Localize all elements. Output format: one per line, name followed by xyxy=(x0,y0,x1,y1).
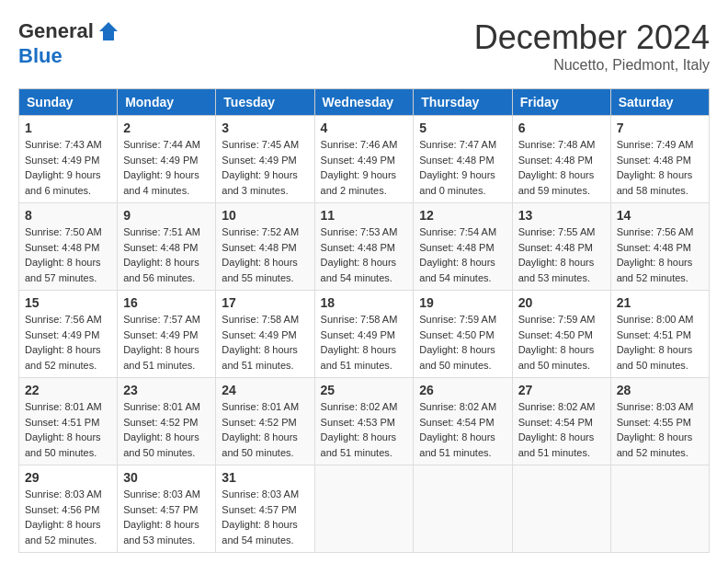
day-info: Sunrise: 8:03 AMSunset: 4:57 PMDaylight:… xyxy=(222,488,299,546)
day-info: Sunrise: 8:01 AMSunset: 4:51 PMDaylight:… xyxy=(25,401,102,458)
day-number: 31 xyxy=(222,470,308,485)
day-number: 20 xyxy=(518,295,605,310)
day-number: 19 xyxy=(419,295,506,310)
day-info: Sunrise: 7:51 AMSunset: 4:48 PMDaylight:… xyxy=(123,226,200,283)
day-info: Sunrise: 7:53 AMSunset: 4:48 PMDaylight:… xyxy=(321,226,398,283)
col-thursday: Thursday xyxy=(414,89,512,116)
table-row: 23 Sunrise: 8:01 AMSunset: 4:52 PMDaylig… xyxy=(118,378,216,465)
day-number: 16 xyxy=(123,295,210,310)
page-header: General Blue December 2024 Nucetto, Pied… xyxy=(18,18,710,74)
table-row: 8 Sunrise: 7:50 AMSunset: 4:48 PMDayligh… xyxy=(19,203,118,291)
day-number: 12 xyxy=(419,208,506,223)
location-subtitle: Nucetto, Piedmont, Italy xyxy=(474,57,710,74)
empty-cell xyxy=(414,465,512,553)
table-row: 9 Sunrise: 7:51 AMSunset: 4:48 PMDayligh… xyxy=(118,203,216,291)
table-row: 1 Sunrise: 7:43 AMSunset: 4:49 PMDayligh… xyxy=(19,116,118,203)
table-row: 6 Sunrise: 7:48 AMSunset: 4:48 PMDayligh… xyxy=(512,116,610,203)
table-row: 2 Sunrise: 7:44 AMSunset: 4:49 PMDayligh… xyxy=(118,116,216,203)
calendar-header-row: Sunday Monday Tuesday Wednesday Thursday… xyxy=(19,89,710,116)
day-number: 7 xyxy=(617,121,703,135)
table-row: 15 Sunrise: 7:56 AMSunset: 4:49 PMDaylig… xyxy=(19,291,118,378)
day-number: 4 xyxy=(321,121,408,135)
day-number: 28 xyxy=(617,383,703,397)
calendar-week-row: 22 Sunrise: 8:01 AMSunset: 4:51 PMDaylig… xyxy=(19,378,710,465)
day-number: 13 xyxy=(518,208,605,223)
calendar-table: Sunday Monday Tuesday Wednesday Thursday… xyxy=(18,88,710,553)
calendar-week-row: 8 Sunrise: 7:50 AMSunset: 4:48 PMDayligh… xyxy=(19,203,710,291)
table-row: 17 Sunrise: 7:58 AMSunset: 4:49 PMDaylig… xyxy=(216,291,314,378)
day-number: 26 xyxy=(419,383,506,397)
day-info: Sunrise: 7:47 AMSunset: 4:48 PMDaylight:… xyxy=(419,139,496,196)
table-row: 12 Sunrise: 7:54 AMSunset: 4:48 PMDaylig… xyxy=(414,203,512,291)
day-info: Sunrise: 8:01 AMSunset: 4:52 PMDaylight:… xyxy=(123,401,200,458)
empty-cell xyxy=(512,465,610,553)
table-row: 25 Sunrise: 8:02 AMSunset: 4:53 PMDaylig… xyxy=(314,378,414,465)
logo: General Blue xyxy=(18,18,121,68)
table-row: 27 Sunrise: 8:02 AMSunset: 4:54 PMDaylig… xyxy=(512,378,610,465)
day-info: Sunrise: 7:57 AMSunset: 4:49 PMDaylight:… xyxy=(123,314,200,371)
table-row: 13 Sunrise: 7:55 AMSunset: 4:48 PMDaylig… xyxy=(512,203,610,291)
col-friday: Friday xyxy=(512,89,610,116)
logo-icon xyxy=(96,18,121,44)
table-row: 19 Sunrise: 7:59 AMSunset: 4:50 PMDaylig… xyxy=(414,291,512,378)
day-info: Sunrise: 7:55 AMSunset: 4:48 PMDaylight:… xyxy=(518,226,596,283)
table-row: 4 Sunrise: 7:46 AMSunset: 4:49 PMDayligh… xyxy=(314,116,414,203)
table-row: 7 Sunrise: 7:49 AMSunset: 4:48 PMDayligh… xyxy=(610,116,709,203)
day-number: 30 xyxy=(123,470,210,485)
table-row: 31 Sunrise: 8:03 AMSunset: 4:57 PMDaylig… xyxy=(216,465,314,553)
day-info: Sunrise: 8:02 AMSunset: 4:54 PMDaylight:… xyxy=(419,401,496,458)
day-number: 10 xyxy=(222,208,308,223)
calendar-week-row: 29 Sunrise: 8:03 AMSunset: 4:56 PMDaylig… xyxy=(19,465,710,553)
table-row: 3 Sunrise: 7:45 AMSunset: 4:49 PMDayligh… xyxy=(216,116,314,203)
table-row: 16 Sunrise: 7:57 AMSunset: 4:49 PMDaylig… xyxy=(118,291,216,378)
day-number: 9 xyxy=(123,208,210,223)
day-info: Sunrise: 7:59 AMSunset: 4:50 PMDaylight:… xyxy=(518,314,596,371)
logo-general-text: General xyxy=(18,19,94,43)
day-info: Sunrise: 8:00 AMSunset: 4:51 PMDaylight:… xyxy=(617,314,694,371)
table-row: 10 Sunrise: 7:52 AMSunset: 4:48 PMDaylig… xyxy=(216,203,314,291)
table-row: 21 Sunrise: 8:00 AMSunset: 4:51 PMDaylig… xyxy=(610,291,709,378)
day-info: Sunrise: 7:58 AMSunset: 4:49 PMDaylight:… xyxy=(222,314,299,371)
day-info: Sunrise: 8:03 AMSunset: 4:55 PMDaylight:… xyxy=(617,401,694,458)
table-row: 11 Sunrise: 7:53 AMSunset: 4:48 PMDaylig… xyxy=(314,203,414,291)
table-row: 24 Sunrise: 8:01 AMSunset: 4:52 PMDaylig… xyxy=(216,378,314,465)
day-number: 6 xyxy=(518,121,605,135)
col-wednesday: Wednesday xyxy=(314,89,414,116)
day-info: Sunrise: 7:52 AMSunset: 4:48 PMDaylight:… xyxy=(222,226,299,283)
day-info: Sunrise: 8:02 AMSunset: 4:53 PMDaylight:… xyxy=(321,401,398,458)
day-info: Sunrise: 7:54 AMSunset: 4:48 PMDaylight:… xyxy=(419,226,496,283)
table-row: 26 Sunrise: 8:02 AMSunset: 4:54 PMDaylig… xyxy=(414,378,512,465)
day-number: 29 xyxy=(25,470,111,485)
calendar-week-row: 15 Sunrise: 7:56 AMSunset: 4:49 PMDaylig… xyxy=(19,291,710,378)
day-info: Sunrise: 7:45 AMSunset: 4:49 PMDaylight:… xyxy=(222,139,299,196)
empty-cell xyxy=(314,465,414,553)
table-row: 29 Sunrise: 8:03 AMSunset: 4:56 PMDaylig… xyxy=(19,465,118,553)
table-row: 5 Sunrise: 7:47 AMSunset: 4:48 PMDayligh… xyxy=(414,116,512,203)
day-info: Sunrise: 7:49 AMSunset: 4:48 PMDaylight:… xyxy=(617,139,694,196)
day-info: Sunrise: 7:43 AMSunset: 4:49 PMDaylight:… xyxy=(25,139,102,196)
day-info: Sunrise: 7:58 AMSunset: 4:49 PMDaylight:… xyxy=(321,314,398,371)
day-number: 25 xyxy=(321,383,408,397)
svg-marker-0 xyxy=(99,22,118,40)
day-info: Sunrise: 7:56 AMSunset: 4:49 PMDaylight:… xyxy=(25,314,102,371)
day-info: Sunrise: 7:56 AMSunset: 4:48 PMDaylight:… xyxy=(617,226,694,283)
day-info: Sunrise: 7:59 AMSunset: 4:50 PMDaylight:… xyxy=(419,314,496,371)
logo-blue-text: Blue xyxy=(18,44,63,68)
day-number: 8 xyxy=(25,208,111,223)
day-info: Sunrise: 7:46 AMSunset: 4:49 PMDaylight:… xyxy=(321,139,398,196)
day-info: Sunrise: 7:50 AMSunset: 4:48 PMDaylight:… xyxy=(25,226,102,283)
table-row: 22 Sunrise: 8:01 AMSunset: 4:51 PMDaylig… xyxy=(19,378,118,465)
day-number: 18 xyxy=(321,295,408,310)
day-number: 17 xyxy=(222,295,308,310)
day-number: 14 xyxy=(617,208,703,223)
title-block: December 2024 Nucetto, Piedmont, Italy xyxy=(474,18,710,74)
day-info: Sunrise: 8:01 AMSunset: 4:52 PMDaylight:… xyxy=(222,401,299,458)
day-number: 21 xyxy=(617,295,703,310)
day-info: Sunrise: 8:02 AMSunset: 4:54 PMDaylight:… xyxy=(518,401,596,458)
day-info: Sunrise: 7:48 AMSunset: 4:48 PMDaylight:… xyxy=(518,139,596,196)
month-title: December 2024 xyxy=(474,18,710,57)
day-number: 2 xyxy=(123,121,210,135)
table-row: 30 Sunrise: 8:03 AMSunset: 4:57 PMDaylig… xyxy=(118,465,216,553)
empty-cell xyxy=(610,465,709,553)
day-number: 15 xyxy=(25,295,111,310)
